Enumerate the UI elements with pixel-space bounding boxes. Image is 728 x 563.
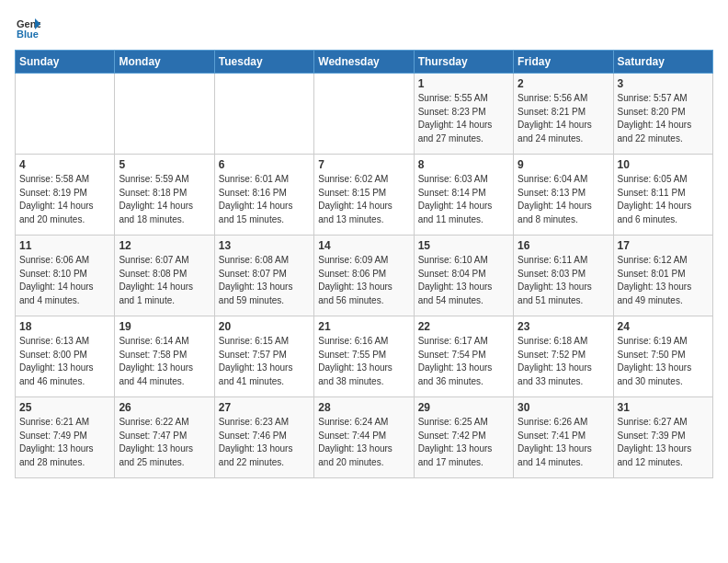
col-header-tuesday: Tuesday (214, 51, 313, 74)
day-info: Sunrise: 5:57 AM Sunset: 8:20 PM Dayligh… (618, 92, 709, 145)
day-cell: 2Sunrise: 5:56 AM Sunset: 8:21 PM Daylig… (514, 74, 613, 155)
day-number: 26 (119, 401, 210, 414)
day-info: Sunrise: 6:22 AM Sunset: 7:47 PM Dayligh… (119, 416, 210, 469)
week-row-1: 1Sunrise: 5:55 AM Sunset: 8:23 PM Daylig… (16, 74, 713, 155)
day-number: 23 (518, 320, 609, 333)
day-number: 27 (219, 401, 310, 414)
day-number: 31 (618, 401, 709, 414)
day-number: 18 (19, 320, 110, 333)
col-header-wednesday: Wednesday (314, 51, 414, 74)
day-number: 10 (618, 158, 709, 171)
logo: General Blue (15, 15, 44, 40)
col-header-thursday: Thursday (414, 51, 513, 74)
day-cell (16, 74, 115, 155)
week-row-4: 18Sunrise: 6:13 AM Sunset: 8:00 PM Dayli… (16, 316, 713, 397)
day-cell: 9Sunrise: 6:04 AM Sunset: 8:13 PM Daylig… (514, 155, 613, 236)
day-info: Sunrise: 6:24 AM Sunset: 7:44 PM Dayligh… (318, 416, 409, 469)
day-cell: 31Sunrise: 6:27 AM Sunset: 7:39 PM Dayli… (613, 397, 712, 478)
day-number: 28 (318, 401, 409, 414)
day-info: Sunrise: 6:07 AM Sunset: 8:08 PM Dayligh… (119, 254, 210, 307)
week-row-2: 4Sunrise: 5:58 AM Sunset: 8:19 PM Daylig… (16, 155, 713, 236)
day-cell: 19Sunrise: 6:14 AM Sunset: 7:58 PM Dayli… (115, 316, 214, 397)
day-number: 15 (418, 239, 509, 252)
svg-text:Blue: Blue (17, 29, 39, 40)
day-number: 7 (318, 158, 409, 171)
day-number: 5 (119, 158, 210, 171)
day-number: 30 (518, 401, 609, 414)
col-header-sunday: Sunday (16, 51, 115, 74)
day-cell: 17Sunrise: 6:12 AM Sunset: 8:01 PM Dayli… (613, 236, 712, 316)
day-number: 3 (618, 77, 709, 90)
day-cell: 11Sunrise: 6:06 AM Sunset: 8:10 PM Dayli… (16, 236, 115, 316)
day-number: 2 (518, 77, 609, 90)
day-cell: 23Sunrise: 6:18 AM Sunset: 7:52 PM Dayli… (514, 316, 613, 397)
day-number: 29 (418, 401, 509, 414)
day-number: 20 (219, 320, 310, 333)
day-info: Sunrise: 6:14 AM Sunset: 7:58 PM Dayligh… (119, 335, 210, 388)
day-info: Sunrise: 6:01 AM Sunset: 8:16 PM Dayligh… (219, 173, 310, 226)
day-number: 17 (618, 239, 709, 252)
day-number: 11 (19, 239, 110, 252)
day-info: Sunrise: 5:58 AM Sunset: 8:19 PM Dayligh… (19, 173, 110, 226)
day-cell: 26Sunrise: 6:22 AM Sunset: 7:47 PM Dayli… (115, 397, 214, 478)
day-cell: 14Sunrise: 6:09 AM Sunset: 8:06 PM Dayli… (314, 236, 414, 316)
day-number: 9 (518, 158, 609, 171)
day-number: 22 (418, 320, 509, 333)
day-cell: 27Sunrise: 6:23 AM Sunset: 7:46 PM Dayli… (214, 397, 313, 478)
day-cell: 15Sunrise: 6:10 AM Sunset: 8:04 PM Dayli… (414, 236, 513, 316)
day-cell: 10Sunrise: 6:05 AM Sunset: 8:11 PM Dayli… (613, 155, 712, 236)
week-row-3: 11Sunrise: 6:06 AM Sunset: 8:10 PM Dayli… (16, 236, 713, 316)
day-number: 6 (219, 158, 310, 171)
day-info: Sunrise: 6:08 AM Sunset: 8:07 PM Dayligh… (219, 254, 310, 307)
day-cell: 25Sunrise: 6:21 AM Sunset: 7:49 PM Dayli… (16, 397, 115, 478)
day-cell: 28Sunrise: 6:24 AM Sunset: 7:44 PM Dayli… (314, 397, 414, 478)
day-info: Sunrise: 6:19 AM Sunset: 7:50 PM Dayligh… (618, 335, 709, 388)
day-info: Sunrise: 6:27 AM Sunset: 7:39 PM Dayligh… (618, 416, 709, 469)
day-info: Sunrise: 6:25 AM Sunset: 7:42 PM Dayligh… (418, 416, 509, 469)
day-cell: 3Sunrise: 5:57 AM Sunset: 8:20 PM Daylig… (613, 74, 712, 155)
day-number: 19 (119, 320, 210, 333)
day-number: 1 (418, 77, 509, 90)
day-number: 16 (518, 239, 609, 252)
day-cell: 22Sunrise: 6:17 AM Sunset: 7:54 PM Dayli… (414, 316, 513, 397)
day-cell: 6Sunrise: 6:01 AM Sunset: 8:16 PM Daylig… (214, 155, 313, 236)
day-info: Sunrise: 6:13 AM Sunset: 8:00 PM Dayligh… (19, 335, 110, 388)
day-info: Sunrise: 6:15 AM Sunset: 7:57 PM Dayligh… (219, 335, 310, 388)
day-info: Sunrise: 5:55 AM Sunset: 8:23 PM Dayligh… (418, 92, 509, 145)
day-cell: 21Sunrise: 6:16 AM Sunset: 7:55 PM Dayli… (314, 316, 414, 397)
day-cell (214, 74, 313, 155)
day-info: Sunrise: 6:23 AM Sunset: 7:46 PM Dayligh… (219, 416, 310, 469)
day-cell: 5Sunrise: 5:59 AM Sunset: 8:18 PM Daylig… (115, 155, 214, 236)
col-header-monday: Monday (115, 51, 214, 74)
day-cell: 30Sunrise: 6:26 AM Sunset: 7:41 PM Dayli… (514, 397, 613, 478)
day-number: 21 (318, 320, 409, 333)
day-cell: 20Sunrise: 6:15 AM Sunset: 7:57 PM Dayli… (214, 316, 313, 397)
day-info: Sunrise: 6:17 AM Sunset: 7:54 PM Dayligh… (418, 335, 509, 388)
day-info: Sunrise: 6:09 AM Sunset: 8:06 PM Dayligh… (318, 254, 409, 307)
day-cell: 13Sunrise: 6:08 AM Sunset: 8:07 PM Dayli… (214, 236, 313, 316)
day-info: Sunrise: 6:16 AM Sunset: 7:55 PM Dayligh… (318, 335, 409, 388)
week-row-5: 25Sunrise: 6:21 AM Sunset: 7:49 PM Dayli… (16, 397, 713, 478)
day-number: 12 (119, 239, 210, 252)
day-info: Sunrise: 6:21 AM Sunset: 7:49 PM Dayligh… (19, 416, 110, 469)
day-cell: 18Sunrise: 6:13 AM Sunset: 8:00 PM Dayli… (16, 316, 115, 397)
day-cell: 12Sunrise: 6:07 AM Sunset: 8:08 PM Dayli… (115, 236, 214, 316)
day-info: Sunrise: 5:59 AM Sunset: 8:18 PM Dayligh… (119, 173, 210, 226)
day-info: Sunrise: 6:05 AM Sunset: 8:11 PM Dayligh… (618, 173, 709, 226)
day-number: 8 (418, 158, 509, 171)
day-cell: 24Sunrise: 6:19 AM Sunset: 7:50 PM Dayli… (613, 316, 712, 397)
day-info: Sunrise: 6:18 AM Sunset: 7:52 PM Dayligh… (518, 335, 609, 388)
day-cell: 4Sunrise: 5:58 AM Sunset: 8:19 PM Daylig… (16, 155, 115, 236)
day-cell: 29Sunrise: 6:25 AM Sunset: 7:42 PM Dayli… (414, 397, 513, 478)
day-info: Sunrise: 6:11 AM Sunset: 8:03 PM Dayligh… (518, 254, 609, 307)
col-header-friday: Friday (514, 51, 613, 74)
day-info: Sunrise: 6:03 AM Sunset: 8:14 PM Dayligh… (418, 173, 509, 226)
day-cell: 16Sunrise: 6:11 AM Sunset: 8:03 PM Dayli… (514, 236, 613, 316)
day-number: 25 (19, 401, 110, 414)
calendar-table: SundayMondayTuesdayWednesdayThursdayFrid… (15, 50, 713, 478)
day-info: Sunrise: 6:06 AM Sunset: 8:10 PM Dayligh… (19, 254, 110, 307)
day-info: Sunrise: 6:10 AM Sunset: 8:04 PM Dayligh… (418, 254, 509, 307)
day-number: 14 (318, 239, 409, 252)
day-number: 24 (618, 320, 709, 333)
day-cell: 8Sunrise: 6:03 AM Sunset: 8:14 PM Daylig… (414, 155, 513, 236)
